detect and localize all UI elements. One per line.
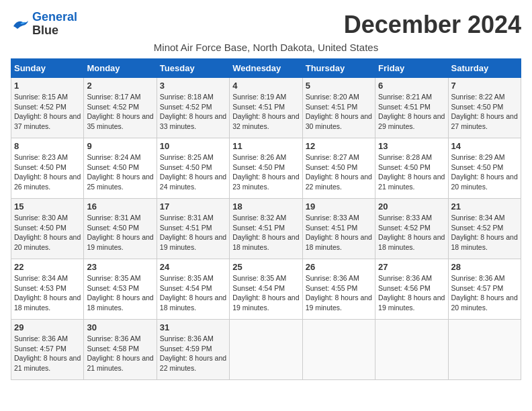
- calendar-cell: 30 Sunrise: 8:36 AM Sunset: 4:58 PM Dayl…: [84, 320, 157, 380]
- day-detail: Sunrise: 8:33 AM Sunset: 4:51 PM Dayligh…: [306, 213, 372, 253]
- day-detail: Sunrise: 8:27 AM Sunset: 4:50 PM Dayligh…: [306, 152, 372, 192]
- month-title: December 2024: [344, 11, 521, 39]
- day-number: 29: [14, 322, 81, 332]
- day-detail: Sunrise: 8:30 AM Sunset: 4:50 PM Dayligh…: [14, 213, 81, 253]
- day-detail: Sunrise: 8:21 AM Sunset: 4:51 PM Dayligh…: [378, 92, 445, 132]
- calendar-cell: 26 Sunrise: 8:36 AM Sunset: 4:55 PM Dayl…: [302, 259, 375, 320]
- day-detail: Sunrise: 8:36 AM Sunset: 4:56 PM Dayligh…: [378, 273, 445, 313]
- calendar-week-3: 15 Sunrise: 8:30 AM Sunset: 4:50 PM Dayl…: [11, 199, 521, 259]
- calendar-cell: 7 Sunrise: 8:22 AM Sunset: 4:50 PM Dayli…: [448, 78, 521, 138]
- day-detail: Sunrise: 8:33 AM Sunset: 4:52 PM Dayligh…: [378, 213, 445, 253]
- day-detail: Sunrise: 8:24 AM Sunset: 4:50 PM Dayligh…: [87, 152, 153, 192]
- calendar-table: SundayMondayTuesdayWednesdayThursdayFrid…: [11, 58, 521, 380]
- day-number: 25: [232, 262, 299, 272]
- calendar-week-5: 29 Sunrise: 8:36 AM Sunset: 4:57 PM Dayl…: [11, 320, 521, 380]
- day-number: 4: [232, 81, 299, 91]
- calendar-cell: 18 Sunrise: 8:32 AM Sunset: 4:51 PM Dayl…: [230, 199, 302, 259]
- calendar-cell: 19 Sunrise: 8:33 AM Sunset: 4:51 PM Dayl…: [302, 199, 375, 259]
- calendar-cell: 21 Sunrise: 8:34 AM Sunset: 4:52 PM Dayl…: [448, 199, 521, 259]
- day-number: 7: [451, 81, 518, 91]
- calendar-cell: 27 Sunrise: 8:36 AM Sunset: 4:56 PM Dayl…: [375, 259, 448, 320]
- day-number: 28: [451, 262, 518, 272]
- day-detail: Sunrise: 8:36 AM Sunset: 4:57 PM Dayligh…: [451, 273, 518, 313]
- calendar-cell: 20 Sunrise: 8:33 AM Sunset: 4:52 PM Dayl…: [375, 199, 448, 259]
- calendar-cell: 28 Sunrise: 8:36 AM Sunset: 4:57 PM Dayl…: [448, 259, 521, 320]
- day-number: 2: [87, 81, 153, 91]
- day-detail: Sunrise: 8:19 AM Sunset: 4:51 PM Dayligh…: [232, 92, 299, 132]
- day-detail: Sunrise: 8:35 AM Sunset: 4:54 PM Dayligh…: [160, 273, 226, 313]
- calendar-cell: 11 Sunrise: 8:26 AM Sunset: 4:50 PM Dayl…: [230, 138, 302, 199]
- calendar-cell: 4 Sunrise: 8:19 AM Sunset: 4:51 PM Dayli…: [230, 78, 302, 138]
- day-number: 16: [87, 201, 153, 212]
- day-detail: Sunrise: 8:25 AM Sunset: 4:50 PM Dayligh…: [160, 152, 226, 192]
- logo: General Blue: [11, 11, 77, 38]
- day-number: 9: [87, 141, 153, 151]
- calendar-cell: 23 Sunrise: 8:35 AM Sunset: 4:53 PM Dayl…: [84, 259, 157, 320]
- day-detail: Sunrise: 8:36 AM Sunset: 4:59 PM Dayligh…: [160, 334, 226, 373]
- weekday-header-sunday: Sunday: [11, 59, 84, 78]
- calendar-header: SundayMondayTuesdayWednesdayThursdayFrid…: [11, 59, 521, 78]
- day-number: 27: [378, 262, 445, 272]
- calendar-cell: 22 Sunrise: 8:34 AM Sunset: 4:53 PM Dayl…: [11, 259, 84, 320]
- calendar-cell: [230, 320, 302, 380]
- logo-text: General Blue: [32, 11, 77, 38]
- calendar-cell: 15 Sunrise: 8:30 AM Sunset: 4:50 PM Dayl…: [11, 199, 84, 259]
- day-number: 14: [451, 141, 518, 151]
- day-detail: Sunrise: 8:31 AM Sunset: 4:50 PM Dayligh…: [87, 213, 153, 253]
- day-number: 31: [160, 322, 226, 332]
- day-number: 10: [160, 141, 226, 151]
- day-detail: Sunrise: 8:29 AM Sunset: 4:50 PM Dayligh…: [451, 152, 518, 192]
- day-number: 11: [232, 141, 299, 151]
- day-detail: Sunrise: 8:36 AM Sunset: 4:58 PM Dayligh…: [87, 334, 153, 373]
- day-number: 23: [87, 262, 153, 272]
- day-detail: Sunrise: 8:23 AM Sunset: 4:50 PM Dayligh…: [14, 152, 81, 192]
- day-detail: Sunrise: 8:15 AM Sunset: 4:52 PM Dayligh…: [14, 92, 81, 132]
- day-number: 13: [378, 141, 445, 151]
- calendar-cell: 16 Sunrise: 8:31 AM Sunset: 4:50 PM Dayl…: [84, 199, 157, 259]
- day-detail: Sunrise: 8:36 AM Sunset: 4:57 PM Dayligh…: [14, 334, 81, 373]
- day-number: 1: [14, 81, 81, 91]
- calendar-cell: 13 Sunrise: 8:28 AM Sunset: 4:50 PM Dayl…: [375, 138, 448, 199]
- day-number: 15: [14, 201, 81, 212]
- day-number: 17: [160, 201, 226, 212]
- calendar-cell: 17 Sunrise: 8:31 AM Sunset: 4:51 PM Dayl…: [157, 199, 229, 259]
- day-number: 20: [378, 201, 445, 212]
- day-detail: Sunrise: 8:32 AM Sunset: 4:51 PM Dayligh…: [232, 213, 299, 253]
- calendar-cell: 29 Sunrise: 8:36 AM Sunset: 4:57 PM Dayl…: [11, 320, 84, 380]
- calendar-cell: 25 Sunrise: 8:35 AM Sunset: 4:54 PM Dayl…: [230, 259, 302, 320]
- day-detail: Sunrise: 8:31 AM Sunset: 4:51 PM Dayligh…: [160, 213, 226, 253]
- calendar-cell: 2 Sunrise: 8:17 AM Sunset: 4:52 PM Dayli…: [84, 78, 157, 138]
- weekday-header-saturday: Saturday: [448, 59, 521, 78]
- day-detail: Sunrise: 8:22 AM Sunset: 4:50 PM Dayligh…: [451, 92, 518, 132]
- calendar-cell: 3 Sunrise: 8:18 AM Sunset: 4:52 PM Dayli…: [157, 78, 229, 138]
- day-number: 5: [306, 81, 372, 91]
- calendar-week-2: 8 Sunrise: 8:23 AM Sunset: 4:50 PM Dayli…: [11, 138, 521, 199]
- weekday-header-wednesday: Wednesday: [230, 59, 302, 78]
- logo-bird-icon: [11, 17, 30, 32]
- calendar-cell: 5 Sunrise: 8:20 AM Sunset: 4:51 PM Dayli…: [302, 78, 375, 138]
- day-detail: Sunrise: 8:35 AM Sunset: 4:54 PM Dayligh…: [232, 273, 299, 313]
- calendar-cell: 9 Sunrise: 8:24 AM Sunset: 4:50 PM Dayli…: [84, 138, 157, 199]
- calendar-cell: [302, 320, 375, 380]
- day-number: 22: [14, 262, 81, 272]
- page-header: General Blue December 2024: [11, 11, 521, 39]
- weekday-header-friday: Friday: [375, 59, 448, 78]
- day-detail: Sunrise: 8:28 AM Sunset: 4:50 PM Dayligh…: [378, 152, 445, 192]
- day-number: 8: [14, 141, 81, 151]
- day-number: 21: [451, 201, 518, 212]
- calendar-cell: 10 Sunrise: 8:25 AM Sunset: 4:50 PM Dayl…: [157, 138, 229, 199]
- day-detail: Sunrise: 8:36 AM Sunset: 4:55 PM Dayligh…: [306, 273, 372, 313]
- day-number: 6: [378, 81, 445, 91]
- weekday-header-tuesday: Tuesday: [157, 59, 229, 78]
- day-detail: Sunrise: 8:34 AM Sunset: 4:53 PM Dayligh…: [14, 273, 81, 313]
- calendar-cell: 24 Sunrise: 8:35 AM Sunset: 4:54 PM Dayl…: [157, 259, 229, 320]
- day-detail: Sunrise: 8:20 AM Sunset: 4:51 PM Dayligh…: [306, 92, 372, 132]
- day-number: 30: [87, 322, 153, 332]
- day-number: 12: [306, 141, 372, 151]
- day-detail: Sunrise: 8:26 AM Sunset: 4:50 PM Dayligh…: [232, 152, 299, 192]
- location-subtitle: Minot Air Force Base, North Dakota, Unit…: [11, 42, 521, 53]
- calendar-week-4: 22 Sunrise: 8:34 AM Sunset: 4:53 PM Dayl…: [11, 259, 521, 320]
- calendar-cell: [375, 320, 448, 380]
- calendar-cell: 31 Sunrise: 8:36 AM Sunset: 4:59 PM Dayl…: [157, 320, 229, 380]
- day-number: 19: [306, 201, 372, 212]
